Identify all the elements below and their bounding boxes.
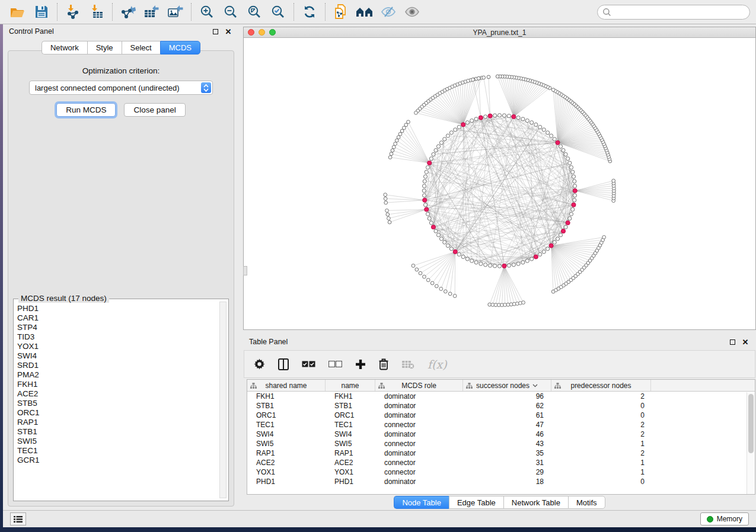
mcds-result-item[interactable]: STB1 <box>17 427 218 437</box>
show-columns-button[interactable] <box>278 355 289 373</box>
mcds-result-item[interactable]: FKH1 <box>17 380 218 389</box>
table-toolbar: f(x) <box>244 350 755 378</box>
delete-column-button[interactable] <box>379 355 388 373</box>
tab-node-table[interactable]: Node Table <box>394 496 449 509</box>
cell: 1 <box>551 440 651 448</box>
clone-network-button[interactable] <box>331 2 351 21</box>
table-settings-button[interactable] <box>254 355 265 373</box>
mcds-result-item[interactable]: GCR1 <box>17 456 218 465</box>
table-panel-float-button[interactable] <box>728 337 737 347</box>
tab-style[interactable]: Style <box>87 41 122 55</box>
mcds-result-scrollbar[interactable] <box>219 302 227 498</box>
table-row[interactable]: SWI5SWI5connector431 <box>247 439 755 448</box>
function-builder-button[interactable]: f(x) <box>428 355 447 373</box>
optimization-dropdown[interactable]: largest connected component (undirected) <box>29 81 213 95</box>
mcds-result-item[interactable]: SWI4 <box>17 351 218 361</box>
select-all-button[interactable] <box>302 355 315 373</box>
zoom-fit-button[interactable] <box>244 2 264 21</box>
table-row[interactable]: SWI4SWI4dominator462 <box>247 430 755 439</box>
table-scrollbar[interactable] <box>747 392 755 494</box>
control-panel-float-button[interactable] <box>210 27 220 36</box>
export-network-button[interactable] <box>118 2 138 21</box>
mcds-result-item[interactable]: TID3 <box>17 332 218 342</box>
column-header-shared-name[interactable]: shared name <box>247 380 326 391</box>
column-label: MCDS role <box>401 382 436 390</box>
column-type-icon <box>250 383 257 389</box>
zoom-out-button[interactable] <box>221 2 241 21</box>
table-row[interactable]: YOX1YOX1connector291 <box>247 467 755 477</box>
column-header-mcds-role[interactable]: MCDS role <box>375 380 463 391</box>
table-scrollbar-thumb[interactable] <box>748 394 754 453</box>
mcds-result-item[interactable]: RAP1 <box>17 418 218 427</box>
column-header-successor-nodes[interactable]: successor nodes <box>463 380 551 391</box>
tab-motifs[interactable]: Motifs <box>568 496 605 509</box>
optimization-dropdown-value: largest connected component (undirected) <box>35 84 180 92</box>
cell: YOX1 <box>247 468 326 476</box>
splitter-grip[interactable] <box>243 266 247 275</box>
network-window-titlebar[interactable]: YPA_prune.txt_1 <box>244 27 755 38</box>
mcds-result-item[interactable]: CAR1 <box>17 313 218 323</box>
close-panel-button[interactable]: Close panel <box>124 103 185 117</box>
delete-table-button[interactable] <box>401 355 414 373</box>
table-row[interactable]: TEC1TEC1connector472 <box>247 420 755 430</box>
clone-network-icon <box>334 4 348 20</box>
save-button[interactable] <box>31 2 52 21</box>
mcds-result-item[interactable]: SRD1 <box>17 361 218 370</box>
export-image-button[interactable] <box>165 2 186 21</box>
table-row[interactable]: STB1STB1dominator620 <box>247 401 755 411</box>
cell: 31 <box>463 459 551 467</box>
zoom-selected-button[interactable] <box>268 2 288 21</box>
table-panel-close-button[interactable]: ✕ <box>741 337 750 347</box>
mcds-result-item[interactable]: STP4 <box>17 323 218 332</box>
tab-edge-table[interactable]: Edge Table <box>449 496 503 509</box>
deselect-all-button[interactable] <box>328 355 342 373</box>
mcds-result-item[interactable]: ACE2 <box>17 389 218 399</box>
mcds-result-item[interactable]: SWI5 <box>17 437 218 446</box>
first-neighbors-icon <box>356 6 374 18</box>
import-table-button[interactable] <box>87 2 107 21</box>
zoom-selected-icon <box>271 5 285 19</box>
mcds-result-list[interactable]: PHD1CAR1STP4TID3YOX1SWI4SRD1PMA2FKH1ACE2… <box>17 304 218 498</box>
refresh-layout-button[interactable] <box>299 2 320 21</box>
float-icon <box>730 339 735 345</box>
export-table-button[interactable] <box>142 2 162 21</box>
control-panel-close-button[interactable]: ✕ <box>224 27 233 36</box>
hide-selected-button[interactable] <box>378 2 398 21</box>
table-row[interactable]: ORC1ORC1dominator610 <box>247 411 755 420</box>
network-canvas[interactable] <box>244 38 755 329</box>
cell: 0 <box>551 411 651 419</box>
show-panels-button[interactable] <box>10 512 26 525</box>
tab-mcds[interactable]: MCDS <box>160 41 200 55</box>
search-input[interactable] <box>611 8 745 16</box>
mcds-result-item[interactable]: PMA2 <box>17 370 218 380</box>
memory-button[interactable]: Memory <box>700 512 749 525</box>
cell: 62 <box>463 402 551 410</box>
column-header-name[interactable]: name <box>326 380 375 391</box>
cell: TEC1 <box>326 421 375 429</box>
toolbar-separator <box>294 3 294 21</box>
mcds-result-item[interactable]: YOX1 <box>17 342 218 351</box>
cell: PHD1 <box>326 477 375 486</box>
tab-network-table[interactable]: Network Table <box>503 496 568 509</box>
open-file-button[interactable] <box>8 2 28 21</box>
mcds-result-item[interactable]: PHD1 <box>17 304 218 313</box>
tab-network[interactable]: Network <box>42 41 87 55</box>
tab-select[interactable]: Select <box>122 41 160 55</box>
run-mcds-button[interactable]: Run MCDS <box>56 103 116 117</box>
mcds-result-item[interactable]: ORC1 <box>17 408 218 418</box>
show-all-button[interactable] <box>402 2 422 21</box>
table-row[interactable]: PHD1PHD1dominator180 <box>247 477 755 486</box>
mcds-result-item[interactable]: STB5 <box>17 399 218 408</box>
dropdown-stepper-icon <box>201 82 211 93</box>
import-network-button[interactable] <box>63 2 83 21</box>
column-header-predecessor-nodes[interactable]: predecessor nodes <box>551 380 651 391</box>
table-row[interactable]: RAP1RAP1dominator352 <box>247 448 755 458</box>
search-box <box>597 5 750 20</box>
table-row[interactable]: FKH1FKH1dominator962 <box>247 392 755 401</box>
table-row[interactable]: ACE2ACE2connector311 <box>247 458 755 467</box>
first-neighbors-button[interactable] <box>355 2 375 21</box>
zoom-in-button[interactable] <box>197 2 217 21</box>
cell: 1 <box>551 459 651 467</box>
mcds-result-item[interactable]: TEC1 <box>17 446 218 456</box>
add-column-button[interactable] <box>355 355 366 373</box>
